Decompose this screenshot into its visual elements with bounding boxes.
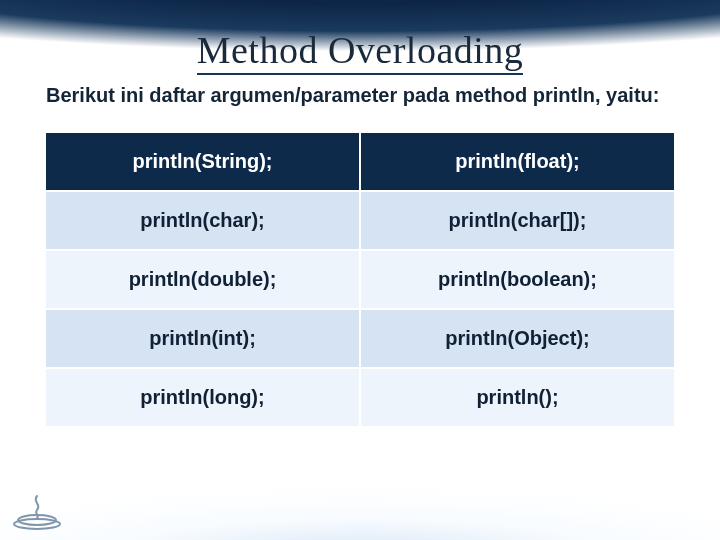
methods-table: println(String); println(float); println… bbox=[44, 131, 676, 428]
table-row: println(double); println(boolean); bbox=[45, 250, 675, 309]
cell-method: println(String); bbox=[45, 132, 360, 191]
cell-method: println(boolean); bbox=[360, 250, 675, 309]
slide-subtitle: Berikut ini daftar argumen/parameter pad… bbox=[44, 78, 676, 109]
slide-title: Method Overloading bbox=[44, 28, 676, 72]
cell-method: println(); bbox=[360, 368, 675, 427]
title-text: Method Overloading bbox=[197, 29, 524, 75]
table-row: println(char); println(char[]); bbox=[45, 191, 675, 250]
table-row: println(String); println(float); bbox=[45, 132, 675, 191]
cell-method: println(Object); bbox=[360, 309, 675, 368]
cell-method: println(char[]); bbox=[360, 191, 675, 250]
cell-method: println(long); bbox=[45, 368, 360, 427]
slide: Method Overloading Berikut ini daftar ar… bbox=[0, 0, 720, 540]
table-row: println(long); println(); bbox=[45, 368, 675, 427]
cell-method: println(float); bbox=[360, 132, 675, 191]
cell-method: println(double); bbox=[45, 250, 360, 309]
cell-method: println(char); bbox=[45, 191, 360, 250]
cell-method: println(int); bbox=[45, 309, 360, 368]
table-row: println(int); println(Object); bbox=[45, 309, 675, 368]
logo-icon bbox=[12, 494, 62, 530]
